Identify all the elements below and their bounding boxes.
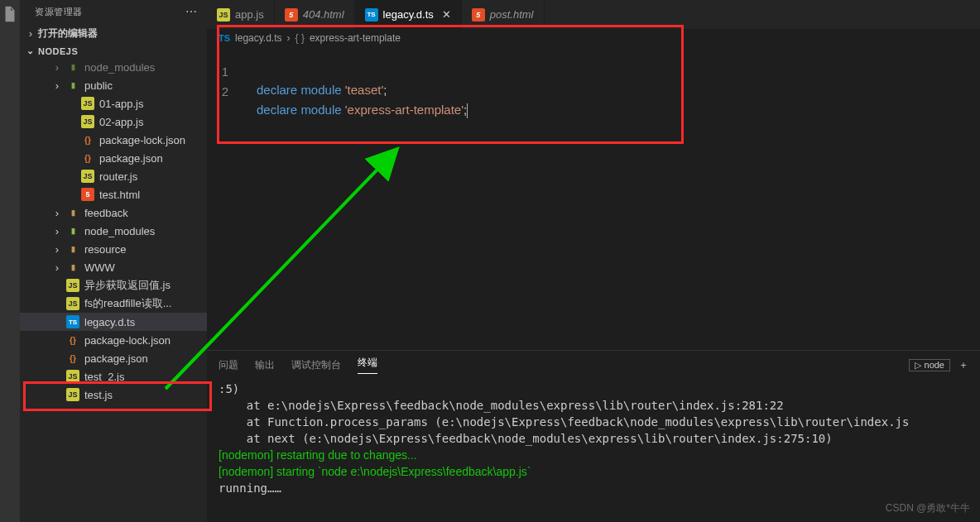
sidebar-title-row: 资源管理器 ⋯: [20, 0, 207, 23]
json-icon: {}: [81, 133, 94, 146]
activity-bar: [0, 0, 20, 522]
tree-item[interactable]: JStest_2.js: [20, 367, 207, 386]
ts-icon: TS: [66, 315, 79, 328]
breadcrumb[interactable]: TS legacy.d.ts › { } express-art-templat…: [207, 29, 980, 47]
chevron-icon: ›: [53, 61, 61, 74]
json-icon: {}: [66, 333, 79, 347]
tree-item[interactable]: ›▮resource: [20, 240, 207, 258]
tab-label: 404.html: [303, 8, 344, 21]
editor-area: JSapp.js5404.htmlTSlegacy.d.ts✕5post.htm…: [207, 0, 980, 522]
html-icon: 5: [81, 188, 94, 201]
html-icon: 5: [472, 8, 485, 22]
nm-icon: ▮: [66, 60, 79, 74]
tab-problems[interactable]: 问题: [219, 358, 238, 372]
tree-item[interactable]: JStest.js: [20, 386, 207, 404]
tree-item-label: feedback: [84, 207, 128, 219]
tab-bar: JSapp.js5404.htmlTSlegacy.d.ts✕5post.htm…: [207, 0, 980, 29]
tree-item-label: public: [84, 79, 113, 92]
tree-item[interactable]: {}package-lock.json: [20, 131, 207, 149]
js-icon: JS: [66, 388, 79, 401]
tree-item[interactable]: JS02-app.js: [20, 113, 207, 131]
tree-item[interactable]: ›▮public: [20, 76, 207, 94]
chevron-icon: ›: [53, 243, 61, 256]
plus-icon[interactable]: ＋: [958, 358, 968, 372]
js-icon: JS: [66, 370, 79, 383]
fold-g-icon: ▮: [66, 79, 79, 92]
tree-item[interactable]: {}package.json: [20, 149, 207, 167]
fold-icon: ▮: [66, 242, 79, 256]
tree-item-label: 01-app.js: [99, 98, 143, 110]
tree-item[interactable]: JS异步获取返回值.js: [20, 276, 207, 295]
tab-debug[interactable]: 调试控制台: [291, 358, 341, 372]
js-icon: JS: [81, 115, 94, 128]
tree-item-label: router.js: [99, 170, 137, 183]
watermark: CSDN @勇敢*牛牛: [886, 501, 970, 515]
tree-item-label: package-lock.json: [99, 134, 185, 146]
js-icon: JS: [66, 279, 79, 292]
chevron-icon: ›: [53, 261, 61, 274]
code-editor[interactable]: TS legacy.d.ts › { } express-art-templat…: [207, 29, 980, 350]
tree-item-label: package.json: [84, 352, 148, 365]
chevron-icon: ›: [53, 207, 61, 219]
sidebar-title: 资源管理器: [35, 6, 83, 18]
tree-item-label: fs的readfille读取...: [84, 296, 171, 311]
tree-item[interactable]: ›▮WWW: [20, 258, 207, 276]
tree-item-label: test.html: [99, 189, 140, 201]
terminal-output[interactable]: :5) at e:\nodejs\Express\feedback\node_m…: [207, 374, 980, 522]
tree-item[interactable]: 5test.html: [20, 185, 207, 204]
tree-item-label: node_modules: [84, 225, 155, 237]
tree-item[interactable]: JS01-app.js: [20, 94, 207, 113]
tree-item-label: test_2.js: [84, 371, 124, 383]
tree-item[interactable]: ›▮node_modules: [20, 58, 207, 76]
editor-tab[interactable]: 5404.html: [275, 0, 355, 29]
tab-label: legacy.d.ts: [383, 8, 434, 21]
chevron-down-icon: ⌄: [26, 45, 35, 56]
tree-item-label: package.json: [99, 152, 163, 165]
tree-item[interactable]: JSrouter.js: [20, 167, 207, 185]
tree-item[interactable]: JSfs的readfille读取...: [20, 295, 207, 313]
tree-item-label: package-lock.json: [84, 334, 171, 347]
tree-item[interactable]: TSlegacy.d.ts: [20, 313, 207, 331]
chevron-icon: ›: [53, 225, 61, 237]
tree-item-label: 异步获取返回值.js: [84, 278, 171, 293]
js-icon: JS: [217, 8, 230, 22]
line-gutter: 12: [207, 29, 240, 102]
terminal-profile[interactable]: ▷node: [909, 359, 950, 371]
tree-item[interactable]: {}package-lock.json: [20, 331, 207, 349]
tree-item-label: test.js: [84, 389, 113, 401]
fold-icon: ▮: [66, 261, 79, 274]
nm-icon: ▮: [66, 224, 79, 237]
chevron-icon: ›: [53, 79, 61, 92]
project-section[interactable]: ⌄ NODEJS: [20, 42, 207, 58]
tab-label: app.js: [235, 8, 264, 21]
js-icon: JS: [81, 170, 94, 183]
close-icon[interactable]: ✕: [442, 8, 451, 21]
tab-label: post.html: [490, 8, 534, 21]
bottom-panel: 问题 输出 调试控制台 终端 ▷node ＋ :5) at e:\nodejs\…: [207, 350, 980, 522]
tree-item-label: WWW: [84, 261, 115, 274]
tab-terminal[interactable]: 终端: [358, 356, 377, 374]
json-icon: {}: [81, 151, 94, 165]
file-tree: ›▮node_modules›▮publicJS01-app.jsJS02-ap…: [20, 58, 207, 522]
fold-icon: ▮: [66, 206, 79, 219]
html-icon: 5: [285, 8, 298, 22]
code-content[interactable]: declare module 'teaset'; declare module …: [207, 47, 980, 120]
tree-item[interactable]: ›▮node_modules: [20, 222, 207, 240]
json-icon: {}: [66, 352, 79, 365]
tab-output[interactable]: 输出: [255, 358, 275, 372]
tree-item-label: legacy.d.ts: [84, 316, 135, 328]
tree-item-label: 02-app.js: [99, 116, 143, 128]
tree-item[interactable]: {}package.json: [20, 349, 207, 367]
editor-tab[interactable]: 5post.html: [462, 0, 545, 29]
ts-icon: TS: [365, 8, 378, 22]
tree-item[interactable]: ›▮feedback: [20, 204, 207, 222]
chevron-right-icon: ›: [26, 28, 35, 40]
sidebar: 资源管理器 ⋯ › 打开的编辑器 ⌄ NODEJS ›▮node_modules…: [20, 0, 207, 522]
editor-tab[interactable]: JSapp.js: [207, 0, 275, 29]
panel-tabs: 问题 输出 调试控制台 终端 ▷node ＋: [207, 351, 980, 374]
files-icon[interactable]: [1, 5, 19, 23]
more-icon[interactable]: ⋯: [185, 5, 198, 18]
opened-editors-section[interactable]: › 打开的编辑器: [20, 23, 207, 42]
tree-item-label: node_modules: [84, 61, 155, 74]
editor-tab[interactable]: TSlegacy.d.ts✕: [355, 0, 462, 29]
